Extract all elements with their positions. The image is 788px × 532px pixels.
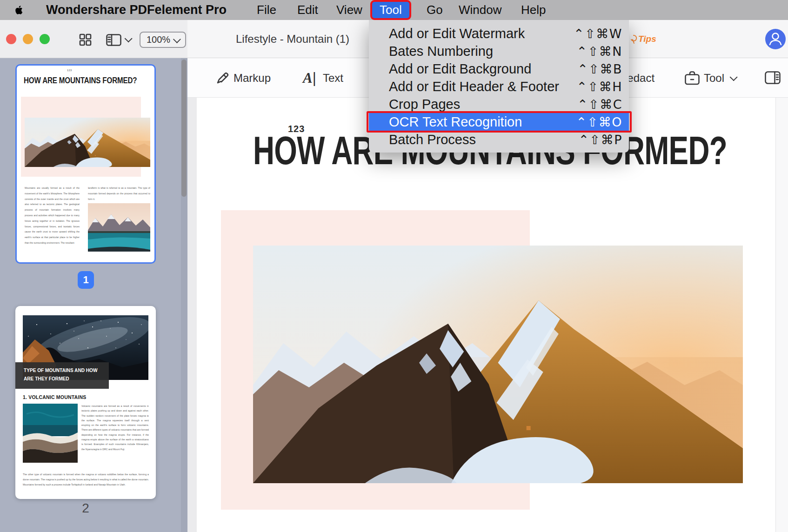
document-view-area: 123 HOW ARE MOUNTAINS FORMED?: [187, 98, 788, 532]
page-2-number-label: 2: [15, 501, 156, 516]
menubar-item-view[interactable]: View: [336, 0, 362, 20]
thumbnail-sidebar: 123 HOW ARE MOUNTAINS FORMED? Mountains …: [0, 58, 187, 532]
menubar-item-window[interactable]: Window: [459, 0, 501, 20]
menubar-item-file[interactable]: File: [257, 0, 276, 20]
thumbnail-grid-view-icon[interactable]: [79, 33, 92, 46]
shortcut: ⌃⇧⌘W: [574, 27, 622, 41]
menu-item-batch-process[interactable]: Batch Process⌃⇧⌘P: [369, 131, 629, 148]
right-panel-toggle-icon[interactable]: [765, 71, 781, 84]
menubar-item-help[interactable]: Help: [521, 0, 546, 20]
zoom-chevron-icon: [173, 35, 181, 43]
menubar-item-edit[interactable]: Edit: [297, 0, 318, 20]
thumb2-body-text: Volcanic mountains are formed as a resul…: [81, 404, 149, 470]
thumb1-column1-text: Mountains are usually formed as a result…: [25, 186, 80, 252]
menubar-item-go[interactable]: Go: [427, 0, 443, 20]
menu-item-crop-pages[interactable]: Crop Pages⌃⇧⌘C: [369, 95, 629, 113]
markup-button[interactable]: Markup: [234, 58, 271, 98]
mountain-photo: [253, 246, 743, 483]
menubar-app-name[interactable]: Wondershare PDFelement Pro: [46, 0, 227, 20]
person-icon: [765, 29, 786, 49]
thumb2-section-heading: 1. VOLCANIC MOUNTAINS: [23, 394, 86, 400]
menu-item-bates-numbering[interactable]: Bates Numbering⌃⇧⌘N: [369, 42, 629, 60]
minimize-window-button[interactable]: [23, 34, 33, 44]
thumb1-mountain-image: [25, 118, 150, 167]
tool-dropdown-button[interactable]: Tool: [704, 58, 724, 98]
shortcut: ⌃⇧⌘B: [577, 62, 622, 76]
app-window: 100% Lifestyle - Mountain (1) Tips Marku…: [0, 0, 788, 532]
tips-watermark: Tips: [629, 34, 656, 44]
page-layout-view-icon[interactable]: [106, 34, 121, 46]
user-account-avatar[interactable]: [765, 29, 786, 49]
text-tool-icon: A|: [303, 58, 316, 98]
shortcut: ⌃⇧⌘O: [576, 115, 623, 129]
menu-item-add-or-edit-background[interactable]: Add or Edit Background⌃⇧⌘B: [369, 60, 629, 78]
menu-item-add-or-edit-watermark[interactable]: Add or Edit Watermark⌃⇧⌘W: [369, 25, 629, 42]
page-1-number-badge: 1: [78, 271, 94, 289]
tool-chevron-icon: [730, 73, 738, 81]
menubar-item-tool[interactable]: Tool: [372, 2, 409, 18]
page-thumbnail-2[interactable]: TYPE OF MOUNTAINS AND HOW ARE THEY FORME…: [15, 306, 156, 499]
menu-item-add-or-edit-header-footer[interactable]: Add or Edit Header & Footer⌃⇧⌘H: [369, 78, 629, 95]
thumb1-title: HOW ARE MOUNTAINS FORMED?: [24, 75, 137, 86]
sidebar-scrollbar-track[interactable]: [181, 58, 187, 532]
thumb2-banner: TYPE OF MOUNTAINS AND HOW ARE THEY FORME…: [15, 362, 109, 389]
thumb1-lake-image: [88, 203, 150, 252]
thumb1-column2-text: landform is what is referred to as a mou…: [88, 186, 150, 202]
thumb2-footer-text: The other type of volcanic mountain is f…: [23, 472, 149, 493]
shortcut: ⌃⇧⌘P: [578, 133, 622, 147]
zoom-level-value: 100%: [147, 34, 170, 45]
main-scrollbar-track[interactable]: [775, 98, 788, 532]
zoom-level-dropdown[interactable]: 100%: [140, 32, 186, 48]
thumb1-page-header: 123: [67, 69, 72, 72]
tool-dropdown-menu: Add or Edit Watermark⌃⇧⌘W Bates Numberin…: [369, 20, 629, 153]
shortcut: ⌃⇧⌘H: [576, 80, 622, 94]
document-title: Lifestyle - Mountain (1): [236, 20, 349, 58]
sidebar-scrollbar-thumb[interactable]: [181, 60, 187, 197]
pdf-page: 123 HOW ARE MOUNTAINS FORMED?: [197, 98, 775, 532]
page-thumbnail-1[interactable]: 123 HOW ARE MOUNTAINS FORMED? Mountains …: [15, 64, 156, 264]
apple-menu-icon[interactable]: [13, 4, 25, 16]
tips-swirl-icon: [629, 34, 638, 44]
shortcut: ⌃⇧⌘C: [577, 97, 622, 112]
thumb2-geyser-image: [23, 404, 78, 463]
tool-briefcase-icon: [684, 70, 700, 86]
text-button[interactable]: Text: [323, 58, 343, 98]
shortcut: ⌃⇧⌘N: [577, 44, 622, 59]
macos-menu-bar: Wondershare PDFelement Pro File Edit Vie…: [0, 0, 788, 20]
markup-icon: [215, 71, 230, 86]
menu-item-ocr-text-recognition[interactable]: OCR Text Recognition⌃⇧⌘O: [369, 113, 629, 131]
fullscreen-window-button[interactable]: [40, 34, 50, 44]
close-window-button[interactable]: [6, 34, 16, 44]
